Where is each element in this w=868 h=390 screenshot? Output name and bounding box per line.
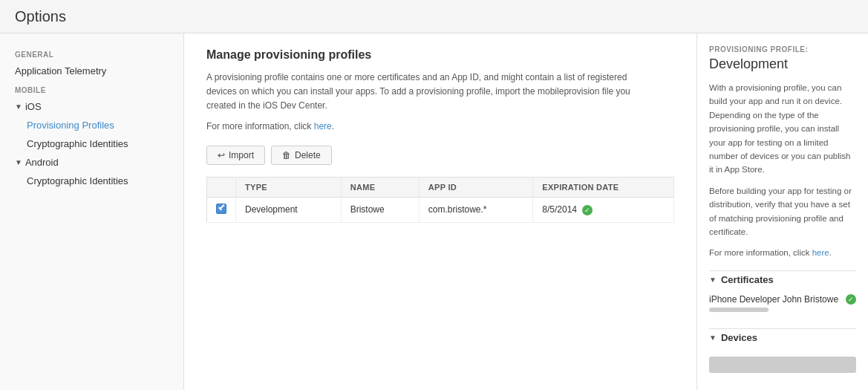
delete-button[interactable]: 🗑 Delete [271, 146, 332, 165]
toolbar: ↩ Import 🗑 Delete [206, 146, 674, 165]
layout: GENERAL Application Telemetry MOBILE ▼ i… [0, 33, 868, 390]
sidebar-item-android-label: Android [25, 157, 59, 168]
panel-description-1: With a provisioning profile, you can bui… [709, 81, 856, 177]
profile-table: TYPE NAME APP ID EXPIRATION DATE Develop… [206, 177, 674, 223]
cert-name: iPhone Developer John Bristowe [709, 294, 838, 305]
certificates-arrow-icon: ▼ [709, 276, 717, 284]
row-checkbox[interactable] [207, 197, 236, 222]
devices-section: ▼ Devices [709, 328, 856, 379]
sidebar-item-label: Application Telemetry [15, 65, 106, 77]
row-type: Development [236, 197, 342, 222]
sidebar-item-label: Cryptographic Identities [27, 138, 128, 149]
sidebar-item-application-telemetry[interactable]: Application Telemetry [0, 62, 183, 80]
main-content: Manage provisioning profiles A provision… [184, 33, 697, 390]
col-check [207, 177, 236, 197]
devices-label: Devices [721, 332, 757, 343]
row-name: Bristowe [341, 197, 419, 222]
delete-icon: 🗑 [282, 150, 291, 160]
row-expiration: 8/5/2014 ✓ [533, 197, 674, 222]
sidebar-item-android[interactable]: ▼ Android [0, 153, 183, 172]
ios-arrow-icon: ▼ [15, 103, 22, 111]
checkbox-checked-icon [216, 204, 226, 214]
panel-here-link[interactable]: here [812, 248, 829, 257]
android-arrow-icon: ▼ [15, 158, 22, 166]
sidebar-mobile-label: MOBILE [0, 80, 183, 97]
sidebar-item-ios-crypto[interactable]: Cryptographic Identities [0, 134, 183, 153]
devices-arrow-icon: ▼ [709, 334, 717, 342]
description-text-2: For more information, click here. [206, 120, 637, 134]
certificates-section: ▼ Certificates iPhone Developer John Bri… [709, 270, 856, 318]
sidebar-item-ios[interactable]: ▼ iOS [0, 97, 183, 116]
import-button[interactable]: ↩ Import [206, 146, 265, 165]
certificates-header[interactable]: ▼ Certificates [709, 270, 856, 288]
devices-content [709, 346, 856, 379]
sidebar-item-label: Provisioning Profiles [27, 120, 114, 131]
certificates-label: Certificates [721, 274, 774, 285]
panel-profile-title: Development [709, 56, 856, 72]
valid-icon: ✓ [582, 205, 593, 215]
right-panel: PROVISIONING PROFILE: Development With a… [697, 33, 868, 390]
table-header-row: TYPE NAME APP ID EXPIRATION DATE [207, 177, 674, 197]
devices-header[interactable]: ▼ Devices [709, 328, 856, 346]
row-appid: com.bristowe.* [419, 197, 533, 222]
col-expiration: EXPIRATION DATE [533, 177, 674, 197]
table-row[interactable]: Development Bristowe com.bristowe.* 8/5/… [207, 197, 674, 222]
sidebar-general-label: GENERAL [0, 45, 183, 62]
panel-section-label: PROVISIONING PROFILE: [709, 45, 856, 53]
devices-bar [709, 357, 856, 373]
sidebar-item-label: Cryptographic Identities [27, 175, 128, 186]
panel-description-2: Before building your app for testing or … [709, 184, 856, 239]
col-appid: APP ID [419, 177, 533, 197]
sidebar-item-ios-label: iOS [25, 101, 42, 112]
here-link[interactable]: here [314, 121, 332, 131]
panel-description-3: For more information, click here. [709, 246, 856, 259]
sidebar-item-android-crypto[interactable]: Cryptographic Identities [0, 172, 183, 190]
cert-valid-icon: ✓ [846, 294, 856, 305]
col-name: NAME [341, 177, 419, 197]
sidebar: GENERAL Application Telemetry MOBILE ▼ i… [0, 33, 184, 390]
cert-bar [709, 308, 769, 312]
import-icon: ↩ [218, 150, 225, 160]
certificates-content: iPhone Developer John Bristowe ✓ [709, 288, 856, 318]
top-bar: Options [0, 0, 868, 33]
sidebar-item-provisioning-profiles[interactable]: Provisioning Profiles [0, 116, 183, 134]
description-text-1: A provisioning profile contains one or m… [206, 71, 637, 114]
section-title: Manage provisioning profiles [206, 48, 674, 62]
col-type: TYPE [236, 177, 342, 197]
cert-row: iPhone Developer John Bristowe ✓ [709, 294, 856, 305]
page-title: Options [15, 8, 66, 25]
